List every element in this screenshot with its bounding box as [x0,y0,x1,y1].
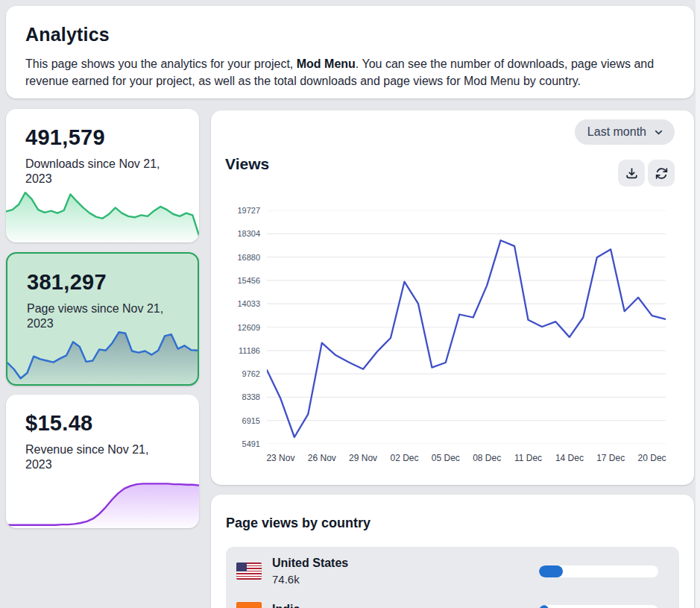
united-states-flag-icon [236,562,262,580]
country-progress-fill [539,605,549,608]
country-name: United States [272,557,348,570]
x-axis-tick: 20 Dec [638,453,666,463]
y-axis-tick: 15456 [237,276,260,285]
y-axis-tick: 16880 [237,253,260,262]
x-axis-tick: 08 Dec [473,453,501,463]
country-list: United States 74.6k India [226,547,679,608]
india-flag-icon [236,602,262,608]
downloads-value: 491,579 [25,125,105,150]
scrollbar-track[interactable] [696,0,700,608]
x-axis-tick: 17 Dec [596,453,625,463]
downloads-label: Downloads since Nov 21, 2023 [25,157,178,186]
x-axis-tick: 14 Dec [555,453,584,463]
stat-card-downloads[interactable]: 491,579 Downloads since Nov 21, 2023 [6,109,199,242]
y-axis-tick: 12609 [237,323,260,332]
date-range-label: Last month [587,125,646,139]
y-axis-tick: 18304 [237,229,260,238]
country-progress-fill [539,565,563,577]
views-chart-card: Last month Views 54916915833897621118612… [211,110,694,485]
x-axis-tick: 11 Dec [514,453,542,463]
country-row: India [236,591,669,608]
y-axis-tick: 14033 [237,299,260,308]
download-icon [625,166,639,181]
line-chart-plot [267,210,666,444]
stat-card-page-views[interactable]: 381,297 Page views since Nov 21, 2023 [6,252,199,386]
revenue-sparkline [6,473,199,528]
x-axis-tick: 26 Nov [308,453,336,463]
x-axis-tick: 05 Dec [432,453,460,463]
x-axis-tick: 02 Dec [390,453,418,463]
page-title: Analytics [25,24,675,46]
y-axis-tick: 19727 [237,206,260,215]
x-axis-tick: 23 Nov [266,453,294,463]
downloads-sparkline [6,187,199,242]
y-axis-tick: 11186 [239,346,260,355]
chart-title: Views [225,155,269,173]
x-axis-labels: 23 Nov26 Nov29 Nov02 Dec05 Dec08 Dec11 D… [267,453,666,465]
country-card-title: Page views by country [226,515,679,531]
refresh-chart-button[interactable] [648,160,675,187]
country-row: United States 74.6k [236,551,669,591]
country-views: 74.6k [272,573,348,586]
y-axis-tick: 9762 [242,369,260,378]
country-progress-track [539,565,658,577]
date-range-dropdown[interactable]: Last month [575,119,675,145]
header-card: Analytics This page shows you the analyt… [6,6,694,98]
page-views-value: 381,297 [27,270,107,295]
project-name: Mod Menu [297,57,356,70]
revenue-label: Revenue since Nov 21, 2023 [25,442,178,471]
y-axis-tick: 8338 [242,392,260,401]
country-name: India [272,603,300,608]
description-pre: This page shows you the analytics for yo… [25,57,297,70]
y-axis-tick: 6915 [242,416,260,425]
chevron-down-icon [653,127,664,138]
country-views-card: Page views by country United States 74.6… [211,495,694,608]
page-views-label: Page views since Nov 21, 2023 [27,301,180,330]
download-chart-button[interactable] [618,160,645,187]
y-axis-labels: 5491691583389762111861260914033154561688… [211,210,260,444]
page-views-sparkline [7,329,198,384]
country-progress-track [539,605,658,608]
page-description: This page shows you the analytics for yo… [25,56,675,90]
refresh-icon [655,166,669,181]
y-axis-tick: 5491 [242,439,260,448]
stat-card-revenue[interactable]: $15.48 Revenue since Nov 21, 2023 [6,395,199,528]
x-axis-tick: 29 Nov [349,453,377,463]
revenue-value: $15.48 [25,411,93,436]
